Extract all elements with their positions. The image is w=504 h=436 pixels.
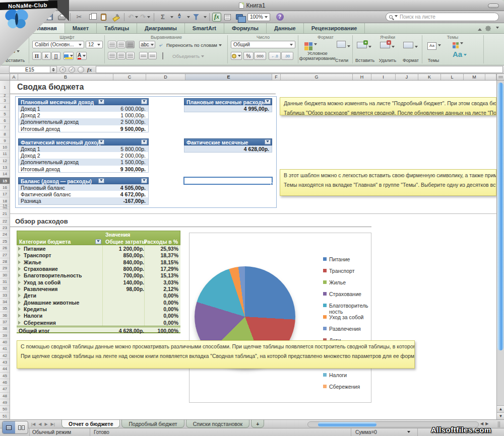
column-header-C[interactable]: C [113, 74, 146, 80]
add-sheet-tab[interactable]: + [251, 420, 264, 428]
last-sheet-icon[interactable]: ▶| [51, 422, 55, 426]
increase-indent-icon[interactable] [148, 52, 157, 59]
normal-view-icon[interactable] [3, 421, 15, 433]
minimize-button[interactable] [488, 4, 499, 8]
row-header-3[interactable]: 3 [0, 97, 10, 104]
horizontal-scroll-thumb[interactable] [318, 422, 376, 427]
prev-sheet-icon[interactable]: ◀ [38, 422, 41, 426]
resize-grip[interactable] [498, 421, 502, 427]
title-bar[interactable]: Книга1 [0, 0, 504, 11]
row-header-38[interactable]: 38 [0, 325, 10, 332]
column-header-E[interactable]: E [185, 74, 272, 80]
vertical-scroll-thumb[interactable] [497, 83, 503, 350]
zoom-control[interactable]: 100% [247, 13, 270, 21]
column-header-K[interactable]: K [418, 74, 441, 80]
row-header-50[interactable]: 50 [0, 406, 10, 412]
row-header-29[interactable]: 29 [0, 265, 10, 271]
row-header-21[interactable]: 21 [0, 209, 10, 218]
fill-color-button[interactable] [64, 52, 74, 60]
sum-indicator[interactable]: Сумма=0 [355, 429, 377, 435]
column-header-H[interactable]: H [353, 74, 371, 80]
column-header-J[interactable]: J [396, 74, 418, 80]
percent-button[interactable]: % [243, 52, 254, 60]
cut-icon[interactable]: ✂ [74, 13, 84, 22]
ribbon-tab-Формулы[interactable]: Формулы [224, 23, 267, 33]
styles-icon[interactable] [337, 41, 350, 49]
formula-input[interactable] [96, 66, 503, 73]
column-header-G[interactable]: G [281, 74, 353, 80]
format-cells-icon[interactable] [403, 42, 418, 49]
row-header-17[interactable]: 17 [0, 191, 10, 197]
row-header-1[interactable]: 1 [0, 81, 10, 94]
paste-icon[interactable] [98, 13, 108, 22]
conditional-formatting-icon[interactable] [304, 41, 317, 50]
row-header-49[interactable]: 49 [0, 399, 10, 406]
align-middle-icon[interactable] [117, 41, 125, 48]
filter-dropdown-icon[interactable] [98, 99, 104, 104]
column-header-M[interactable]: M [464, 74, 485, 80]
ribbon-tab-Данные[interactable]: Данные [267, 23, 304, 33]
row-header-35[interactable]: 35 [0, 305, 10, 312]
row-header-24[interactable]: 24 [0, 231, 10, 238]
row-header-41[interactable]: 41 [0, 345, 10, 352]
row-header-5[interactable]: 5 [0, 111, 10, 117]
number-format-select[interactable]: Общий [231, 41, 295, 48]
copy-icon[interactable] [86, 13, 96, 22]
column-header-L[interactable]: L [441, 74, 464, 80]
align-center-icon[interactable] [117, 52, 125, 59]
row-header-15[interactable]: 15 [0, 178, 10, 184]
thousands-button[interactable]: 000 [254, 52, 266, 60]
sheet-tab-Отчет о бюджете[interactable]: Отчет о бюджете [61, 420, 120, 428]
sheet-tab-Списки подстановок[interactable]: Списки подстановок [186, 420, 250, 428]
scroll-down-icon[interactable]: ▼ [497, 412, 504, 419]
wrap-text-label[interactable]: Переносить по словам [166, 42, 222, 48]
first-sheet-icon[interactable]: |◀ [31, 422, 35, 426]
page-layout-view-icon[interactable] [15, 421, 28, 433]
vertical-scrollbar[interactable]: ▲ ▼ [496, 74, 504, 419]
clear-icon[interactable] [78, 66, 84, 73]
filter-dropdown-icon[interactable] [265, 99, 271, 104]
delete-cells-icon[interactable]: × [380, 42, 395, 49]
row-header-48[interactable]: 48 [0, 393, 10, 399]
font-size-select[interactable]: 12 [86, 41, 103, 48]
decrease-indent-icon[interactable] [139, 52, 148, 59]
ribbon-tab-Макет[interactable]: Макет [65, 23, 97, 33]
align-bottom-icon[interactable] [126, 41, 135, 48]
theme-fonts-icon[interactable]: Aa [453, 50, 467, 58]
gear-caret[interactable] [496, 27, 499, 30]
merge-icon[interactable] [162, 53, 163, 59]
row-header-8[interactable]: 8 [0, 131, 10, 137]
row-header-40[interactable]: 40 [0, 339, 10, 345]
format-painter-icon[interactable] [110, 13, 120, 22]
decrease-decimal-button[interactable]: .00 [281, 52, 293, 60]
row-header-45[interactable]: 45 [0, 373, 10, 379]
increase-decimal-button[interactable]: ←.0 [269, 52, 281, 60]
name-box[interactable]: E15 [9, 66, 50, 73]
autosum-icon[interactable]: Σ [158, 13, 168, 22]
column-header-partial[interactable] [485, 74, 496, 80]
filter-icon[interactable] [191, 13, 201, 22]
wrap-text-icon[interactable]: ⤶ [159, 42, 162, 48]
filter-dropdown-icon[interactable] [141, 139, 147, 144]
row-header-23[interactable]: 23 [0, 225, 10, 231]
row-header-22[interactable]: 22 [0, 218, 10, 225]
select-all-corner[interactable] [0, 74, 10, 80]
row-header-10[interactable]: 10 [0, 144, 10, 151]
row-header-6[interactable]: 6 [0, 117, 10, 124]
row-header-42[interactable]: 42 [0, 352, 10, 359]
search-field[interactable] [386, 13, 499, 21]
redo-icon[interactable]: ↷ [140, 13, 150, 22]
pie-chart[interactable]: ПитаниеТранспортЖильеСтрахованиеБлаготво… [189, 233, 371, 403]
search-scope-caret[interactable] [395, 15, 398, 19]
sum-menu-caret[interactable] [407, 429, 410, 435]
row-header-39[interactable]: 39 [0, 332, 10, 339]
row-header-26[interactable]: 26 [0, 245, 10, 251]
align-left-icon[interactable] [108, 52, 116, 59]
italic-button[interactable]: К [42, 52, 51, 60]
scroll-up-icon[interactable]: ▲ [497, 405, 504, 412]
collapse-ribbon-icon[interactable] [478, 26, 482, 31]
row-header-51[interactable]: 51 [0, 413, 10, 419]
font-family-select[interactable]: Calibri (Основн... [32, 41, 84, 48]
sort-caret[interactable] [187, 16, 190, 20]
row-header-16[interactable]: 16 [0, 184, 10, 191]
